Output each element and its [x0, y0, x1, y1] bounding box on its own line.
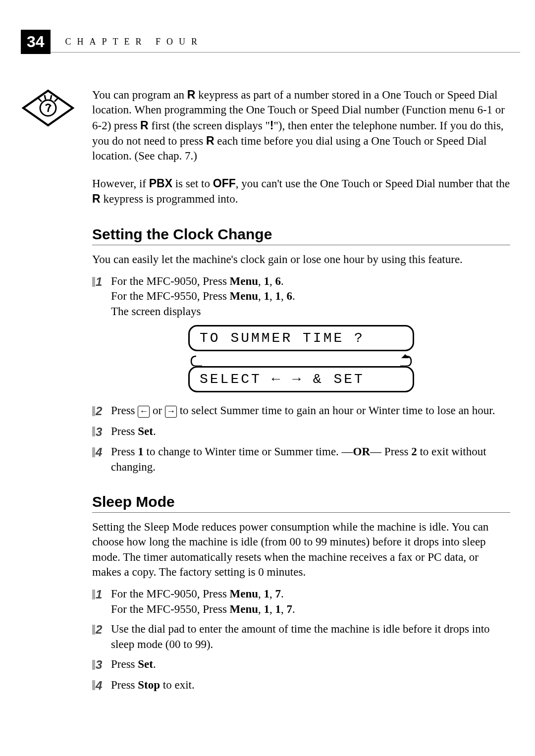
lcd-line-1: TO SUMMER TIME ?: [188, 325, 414, 351]
step-text: Press Set.: [111, 657, 510, 672]
text: For the MFC-9550, Press: [111, 290, 230, 302]
text: However, if: [92, 177, 149, 190]
step-4: 4 Press Stop to exit.: [92, 678, 510, 694]
step-2: 2 Press ← or → to select Summer time to …: [92, 403, 510, 419]
text: keypress is programmed into.: [101, 193, 238, 205]
arrow-right-key: →: [165, 406, 177, 418]
tip-paragraph-1: You can program an R keypress as part of…: [92, 87, 510, 164]
key-1: 1: [275, 603, 281, 615]
menu-key: Menu: [230, 603, 259, 615]
key-1: 1: [138, 445, 144, 458]
section-heading-clock: Setting the Clock Change: [92, 226, 510, 243]
text: to select Summer time to gain an hour or…: [177, 404, 495, 417]
heading-underline: [92, 245, 510, 245]
key-r: R: [187, 88, 196, 101]
step-marker-4: 4: [92, 678, 107, 694]
text: ,: [258, 588, 264, 600]
text: is set to: [172, 177, 213, 190]
key-r: R: [206, 134, 214, 147]
text: .: [292, 290, 295, 302]
key-7: 7: [287, 603, 293, 615]
text: Press: [111, 445, 138, 458]
text: to exit.: [160, 679, 195, 691]
svg-line-4: [51, 95, 52, 100]
text: ,: [258, 275, 264, 287]
key-1: 1: [264, 588, 270, 600]
key-2: 2: [411, 445, 417, 458]
text: ,: [258, 603, 264, 615]
step-text: Press Set.: [111, 424, 510, 439]
text: ,: [258, 290, 264, 302]
text: or: [150, 404, 165, 417]
pbx-label: PBX: [149, 177, 172, 190]
num: 4: [96, 445, 102, 459]
text: ,: [269, 290, 275, 302]
text: .: [281, 275, 284, 287]
set-key: Set: [138, 658, 153, 670]
num: 3: [96, 658, 102, 671]
step-marker-4: 4: [92, 444, 107, 460]
text: For the MFC-9550, Press: [111, 603, 230, 615]
heading-underline: [92, 512, 510, 513]
arrow-left-key: ←: [138, 406, 150, 418]
section2-steps: 1 For the MFC-9050, Press Menu, 1, 7. Fo…: [92, 587, 510, 693]
section2-intro: Setting the Sleep Mode reduces power con…: [92, 520, 510, 580]
stop-key: Stop: [138, 679, 160, 691]
text: ,: [269, 275, 275, 287]
text: The screen displays: [111, 305, 201, 318]
text: ,: [281, 290, 287, 302]
text: For the MFC-9050, Press: [111, 588, 230, 600]
step-marker-1: 1: [92, 274, 107, 290]
step-2: 2 Use the dial pad to enter the amount o…: [92, 622, 510, 652]
page: 34 CHAPTER FOUR You can program an R key…: [0, 30, 535, 756]
key-1: 1: [264, 603, 270, 615]
step-marker-3: 3: [92, 657, 107, 673]
page-header: 34 CHAPTER FOUR: [0, 30, 535, 54]
text: first (the screen displays ": [149, 119, 270, 132]
step-text: Press Stop to exit.: [111, 678, 510, 693]
section1-intro: You can easily let the machine's clock g…: [92, 252, 510, 267]
num: 2: [96, 404, 102, 418]
step-marker-2: 2: [92, 622, 107, 638]
text: Use the dial pad to enter the amount of …: [111, 623, 490, 650]
step-marker-3: 3: [92, 424, 107, 440]
step-text: For the MFC-9050, Press Menu, 1, 6. For …: [111, 274, 510, 319]
step-1: 1 For the MFC-9050, Press Menu, 1, 6. Fo…: [92, 274, 510, 319]
key-1: 1: [264, 275, 270, 287]
tip-icon: [21, 88, 75, 130]
step-4: 4 Press 1 to change to Winter time or Su…: [92, 444, 510, 475]
num: 4: [96, 679, 102, 692]
key-6: 6: [275, 275, 281, 287]
key-7: 7: [275, 588, 281, 600]
step-3: 3 Press Set.: [92, 424, 510, 440]
key-6: 6: [287, 290, 293, 302]
menu-key: Menu: [230, 275, 259, 287]
section1-steps: 1 For the MFC-9050, Press Menu, 1, 6. Fo…: [92, 274, 510, 319]
section-heading-sleep: Sleep Mode: [92, 493, 510, 510]
lcd-connector-icon: [172, 351, 430, 366]
section1-steps-cont: 2 Press ← or → to select Summer time to …: [92, 403, 510, 475]
step-text: For the MFC-9050, Press Menu, 1, 7. For …: [111, 587, 510, 617]
tip-paragraph-2: However, if PBX is set to OFF, you can't…: [92, 176, 510, 207]
text: You can program an: [92, 89, 187, 101]
key-r: R: [92, 192, 101, 205]
text: ,: [269, 603, 275, 615]
step-3: 3 Press Set.: [92, 657, 510, 673]
text: to change to Winter time or Summer time.…: [144, 445, 353, 458]
key-1: 1: [275, 290, 281, 302]
svg-line-3: [45, 95, 46, 100]
step-text: Press 1 to change to Winter time or Summ…: [111, 444, 510, 475]
text: Press: [111, 679, 138, 691]
step-text: Use the dial pad to enter the amount of …: [111, 622, 510, 652]
text: Press: [111, 658, 138, 670]
text: ,: [281, 603, 287, 615]
step-text: Press ← or → to select Summer time to ga…: [111, 403, 510, 418]
step-marker-1: 1: [92, 587, 107, 602]
step-marker-2: 2: [92, 403, 107, 419]
num: 1: [96, 275, 102, 288]
menu-key: Menu: [230, 290, 259, 302]
text: .: [153, 658, 156, 670]
page-number: 34: [21, 30, 51, 54]
step-1: 1 For the MFC-9050, Press Menu, 1, 7. Fo…: [92, 587, 510, 617]
key-r: R: [140, 119, 149, 132]
